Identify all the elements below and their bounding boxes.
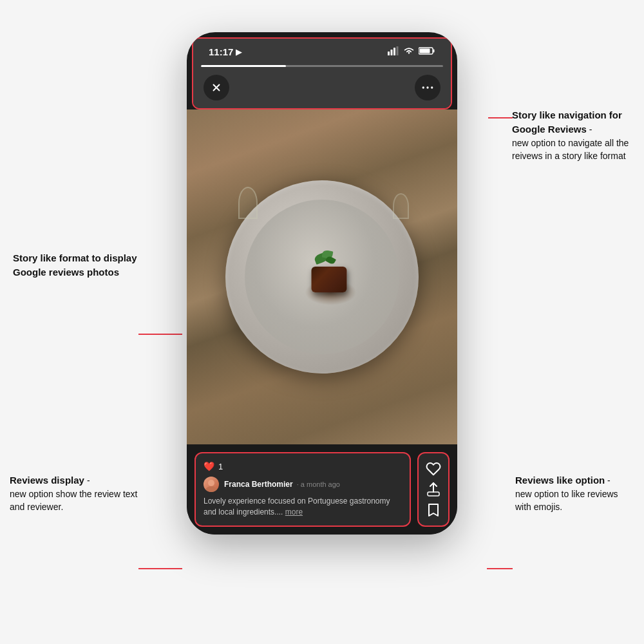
like-count: 1 <box>218 462 223 471</box>
reviewer-avatar <box>204 477 219 492</box>
svg-rect-0 <box>388 52 390 55</box>
review-card: ❤️ 1 Franca Berthomier · a month ago <box>194 452 411 527</box>
svg-point-12 <box>208 480 214 486</box>
signal-icon <box>388 46 399 57</box>
food-item <box>312 267 347 292</box>
battery-icon <box>419 46 435 57</box>
annotation-top-right: Story like navigation for Google Reviews… <box>512 108 631 162</box>
phone-body: 11:17 ▶ <box>187 32 457 535</box>
meat-block <box>312 267 347 292</box>
annotation-bottom-right: Reviews like option - new option to like… <box>515 473 634 513</box>
status-bar: 11:17 ▶ <box>193 39 451 62</box>
annotation-top-right-dash: - <box>587 124 592 135</box>
phone-mockup: 11:17 ▶ <box>187 32 457 535</box>
status-time: 11:17 ▶ <box>209 46 242 57</box>
annotation-top-right-body: new option to navigate all the reivews i… <box>512 138 629 161</box>
glass-right <box>393 193 409 219</box>
story-progress-container <box>193 62 451 71</box>
annotation-bottom-right-body: new option to like reviews with emojis. <box>515 489 618 512</box>
action-buttons-col <box>417 452 450 527</box>
story-header-section: 11:17 ▶ <box>192 37 452 109</box>
wifi-icon <box>403 46 415 57</box>
svg-point-13 <box>205 486 217 492</box>
annotation-left-mid-title: Story like format to display Google revi… <box>13 252 137 278</box>
reviewer-row: Franca Berthomier · a month ago <box>204 477 402 492</box>
svg-point-11 <box>431 86 433 88</box>
annotation-left-mid: Story like format to display Google revi… <box>13 251 138 279</box>
leaf-3 <box>325 255 336 265</box>
reviewer-name: Franca Berthomier <box>224 480 293 489</box>
annotation-bottom-right-title: Reviews like option <box>515 475 605 486</box>
reviewer-info: Franca Berthomier · a month ago <box>224 480 340 489</box>
glass-left <box>238 187 258 219</box>
annotation-top-right-title: Story like navigation for Google Reviews <box>512 109 622 135</box>
svg-point-10 <box>426 86 428 88</box>
annotation-bottom-left-dash: - <box>87 475 90 486</box>
story-progress-bar <box>201 65 443 67</box>
svg-rect-2 <box>393 48 395 55</box>
more-options-button[interactable] <box>415 75 440 100</box>
status-icons <box>388 46 435 57</box>
review-likes: ❤️ 1 <box>204 461 402 471</box>
svg-point-9 <box>422 86 424 88</box>
bookmark-button[interactable] <box>427 502 440 518</box>
connector-line-top-right <box>488 117 513 118</box>
connector-line-bottom-right <box>487 568 513 569</box>
food-photo <box>187 109 457 444</box>
svg-rect-6 <box>420 49 430 53</box>
like-button[interactable] <box>426 461 441 477</box>
connector-line-bottom-left <box>138 568 182 569</box>
reviewer-time: · a month ago <box>297 480 340 488</box>
review-text: Lovely experience focused on Portuguese … <box>204 496 402 518</box>
connector-line-left-mid <box>138 334 182 335</box>
heart-icon: ❤️ <box>204 461 214 471</box>
story-progress-fill <box>201 65 286 67</box>
svg-rect-3 <box>397 46 399 55</box>
annotation-bottom-left: Reviews display - new option show the re… <box>10 473 138 513</box>
svg-rect-1 <box>391 50 393 55</box>
annotation-bottom-right-dash: - <box>605 475 611 486</box>
annotation-bottom-left-body: new option show the review text and revi… <box>10 489 137 512</box>
food-scene <box>219 174 425 380</box>
review-panel: ❤️ 1 Franca Berthomier · a month ago <box>187 444 457 535</box>
annotation-bottom-left-title: Reviews display <box>10 475 87 486</box>
story-controls-row <box>193 71 451 108</box>
svg-rect-5 <box>433 50 435 53</box>
share-button[interactable] <box>426 482 440 497</box>
location-icon: ▶ <box>236 48 242 57</box>
close-button[interactable] <box>204 75 229 100</box>
review-more-link[interactable]: more <box>285 507 303 516</box>
